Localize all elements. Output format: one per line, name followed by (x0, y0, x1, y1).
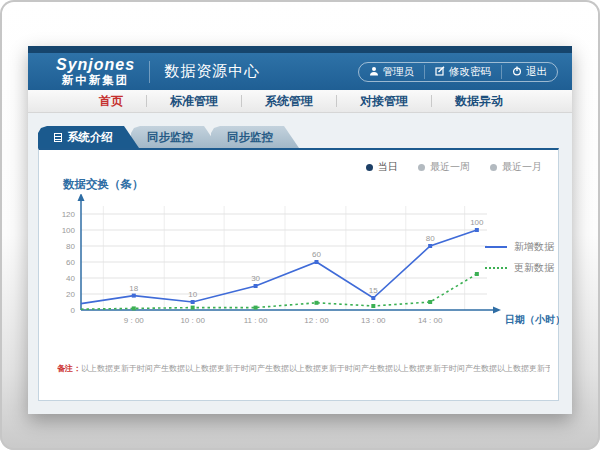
edit-icon (435, 66, 445, 78)
nav-item-home[interactable]: 首页 (76, 93, 146, 110)
legend-item-update-data[interactable]: 更新数据 (485, 261, 554, 275)
user-toolbar: 管理员 修改密码 退出 (358, 62, 559, 82)
nav-item-data-change[interactable]: 数据异动 (432, 93, 526, 110)
range-option-today[interactable]: 当日 (366, 160, 398, 174)
user-name: 管理员 (383, 65, 415, 79)
footnote: 备注：以上数据更新于时间产生数据以上数据更新于时间产生数据以上数据更新于时间产生… (57, 363, 550, 374)
svg-text:80: 80 (426, 234, 435, 243)
page-title: 数据资源中心 (164, 62, 260, 81)
svg-text:60: 60 (312, 250, 321, 259)
series-legend: 新增数据 更新数据 (485, 240, 554, 282)
tab-sync-monitor-2[interactable]: 同步监控 (211, 126, 299, 148)
radio-dot-icon (490, 164, 497, 171)
footnote-label: 备注： (57, 364, 81, 373)
range-option-last-week[interactable]: 最近一周 (418, 160, 470, 174)
user-icon (369, 66, 379, 78)
radio-dot-icon (366, 164, 373, 171)
time-range-selector: 当日 最近一周 最近一月 (366, 160, 542, 174)
nav-item-system-mgmt[interactable]: 系统管理 (242, 93, 336, 110)
nav-item-interface-mgmt[interactable]: 对接管理 (337, 93, 431, 110)
svg-text:30: 30 (251, 274, 260, 283)
company-logo: Synjones 新中新集团 (56, 57, 135, 86)
power-icon (512, 66, 522, 78)
logout-button[interactable]: 退出 (501, 65, 557, 79)
range-label: 最近一月 (502, 160, 542, 174)
radio-dot-icon (418, 164, 425, 171)
chart-panel: 当日 最近一周 最近一月 数据交换（条） 0204060801001209 : … (38, 148, 559, 401)
screenshot-frame: Synjones 新中新集团 数据资源中心 管理员 修改密码 (0, 0, 600, 450)
change-password-button[interactable]: 修改密码 (424, 65, 501, 79)
svg-text:15: 15 (369, 286, 378, 295)
svg-text:40: 40 (66, 274, 75, 283)
range-option-last-month[interactable]: 最近一月 (490, 160, 542, 174)
svg-text:60: 60 (66, 258, 75, 267)
svg-text:80: 80 (66, 242, 75, 251)
svg-text:9 : 00: 9 : 00 (124, 316, 145, 325)
svg-text:100: 100 (470, 218, 484, 227)
svg-text:12 : 00: 12 : 00 (304, 316, 329, 325)
svg-text:11 : 00: 11 : 00 (244, 316, 268, 325)
svg-text:18: 18 (129, 284, 138, 293)
logout-label: 退出 (526, 65, 547, 79)
tab-label: 系统介绍 (67, 126, 113, 148)
y-axis-title: 数据交换（条） (63, 177, 144, 192)
svg-text:100: 100 (62, 226, 76, 235)
user-account-button[interactable]: 管理员 (359, 65, 425, 79)
tab-label: 同步监控 (227, 126, 273, 148)
svg-text:10: 10 (188, 290, 197, 299)
svg-text:13 : 00: 13 : 00 (361, 316, 386, 325)
solid-line-swatch-icon (485, 246, 507, 248)
logo-text-cn: 新中新集团 (56, 74, 135, 86)
range-label: 当日 (378, 160, 398, 174)
window-top-strip (28, 46, 572, 53)
nav-item-standard-mgmt[interactable]: 标准管理 (147, 93, 241, 110)
chart-container: 0204060801001209 : 0010 : 0011 : 0012 : … (47, 194, 559, 348)
svg-text:120: 120 (62, 210, 76, 219)
change-password-label: 修改密码 (449, 65, 491, 79)
svg-text:日期（小时）: 日期（小时） (505, 314, 559, 325)
line-chart: 0204060801001209 : 0010 : 0011 : 0012 : … (47, 194, 559, 344)
tab-label: 同步监控 (147, 126, 193, 148)
tab-sync-monitor-1[interactable]: 同步监控 (131, 126, 219, 148)
svg-text:0: 0 (71, 306, 76, 315)
legend-item-new-data[interactable]: 新增数据 (485, 240, 554, 254)
dashed-line-swatch-icon (485, 267, 507, 269)
svg-text:14 : 00: 14 : 00 (418, 316, 443, 325)
tab-system-intro[interactable]: 系统介绍 (38, 126, 139, 148)
legend-label: 更新数据 (514, 261, 554, 275)
legend-label: 新增数据 (514, 240, 554, 254)
app-window: Synjones 新中新集团 数据资源中心 管理员 修改密码 (28, 46, 572, 414)
footnote-text: 以上数据更新于时间产生数据以上数据更新于时间产生数据以上数据更新于时间产生数据以… (81, 364, 550, 373)
range-label: 最近一周 (430, 160, 470, 174)
logo-text-en: Synjones (56, 57, 135, 74)
document-icon (54, 133, 62, 142)
content-area: 系统介绍 同步监控 同步监控 当日 最近一周 (28, 113, 572, 414)
header-divider (149, 61, 150, 83)
tab-bar: 系统介绍 同步监控 同步监控 (38, 126, 299, 148)
svg-text:10 : 00: 10 : 00 (180, 316, 205, 325)
main-nav: 首页 标准管理 系统管理 对接管理 数据异动 (28, 90, 572, 113)
svg-text:20: 20 (66, 290, 75, 299)
app-header: Synjones 新中新集团 数据资源中心 管理员 修改密码 (28, 53, 572, 90)
